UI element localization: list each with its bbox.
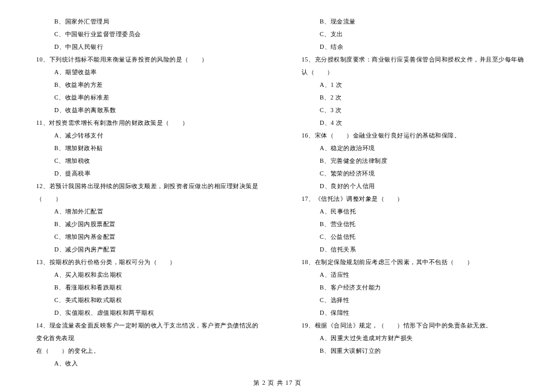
right-column: B、现金流量 C、支出 D、结余 15、充分授权制度要求：商业银行应妥善保管合同… — [296, 15, 525, 370]
page-footer: 第 2 页 共 17 页 — [0, 379, 555, 387]
option-item: A、因重大过失造成对方财产损失 — [296, 332, 525, 344]
option-item: C、美式期权和欧式期权 — [30, 294, 259, 306]
question-stem: 10、下列统计指标不能用来衡量证券投资的风险的是（ ） — [30, 53, 259, 66]
option-item: B、客户经济支付能力 — [296, 281, 525, 294]
question-stem: 15、充分授权制度要求：商业银行应妥善保管合同和授权文件，并且至少每年确认（ ） — [296, 53, 525, 78]
question-stem: 17、《信托法》调整对象是（ ） — [296, 192, 525, 205]
option-item: A、稳定的政治环境 — [296, 142, 525, 154]
option-item: A、收入 — [30, 357, 259, 370]
option-item: D、信托关系 — [296, 243, 525, 256]
option-item: B、收益率的方差 — [30, 78, 259, 91]
option-item: C、增加国内基金配置 — [30, 230, 259, 243]
option-item: B、增加财政补贴 — [30, 142, 259, 154]
option-item: B、减少国内股票配置 — [30, 218, 259, 230]
option-item: B、完善健全的法律制度 — [296, 154, 525, 167]
option-item: B、营业信托 — [296, 218, 525, 230]
option-item: C、支出 — [296, 28, 525, 40]
option-item: C、收益率的标准差 — [30, 91, 259, 104]
left-column: B、国家外汇管理局 C、中国银行业监督管理委员会 D、中国人民银行 10、下列统… — [30, 15, 259, 370]
option-item: D、4 次 — [296, 116, 525, 129]
question-stem: 12、若预计我国将出现持续的国际收支顺差，则投资者应做出的相应理财决策是（ ） — [30, 180, 259, 205]
option-item: B、看涨期权和看跌期权 — [30, 281, 259, 294]
question-stem: 18、在制定保险规划前应考虑三个因素，其中不包括（ ） — [296, 256, 525, 268]
option-item: A、减少转移支付 — [30, 129, 259, 142]
option-item: B、2 次 — [296, 91, 525, 104]
option-item: D、中国人民银行 — [30, 40, 259, 53]
question-stem: 14、现金流量表全面反映客户一定时期的收入于支出情况，客户资产负债情况的变化首先… — [30, 319, 259, 344]
option-item: D、减少国内房产配置 — [30, 243, 259, 256]
option-item: D、实值期权、虚值期权和两平期权 — [30, 306, 259, 319]
option-item: D、保障性 — [296, 306, 525, 319]
question-stem: 19、根据《合同法》规定，（ ）情形下合同中的免责条款无效。 — [296, 319, 525, 332]
option-item: C、选择性 — [296, 294, 525, 306]
option-item: C、繁荣的经济环境 — [296, 167, 525, 180]
option-item: B、因重大误解订立的 — [296, 344, 525, 357]
question-stem: 16、宋体（ ）金融业业银行良好运行的基础和保障。 — [296, 129, 525, 142]
option-item: A、增加外汇配置 — [30, 205, 259, 218]
option-item: C、3 次 — [296, 104, 525, 116]
option-item: A、民事信托 — [296, 205, 525, 218]
option-item: A、期望收益率 — [30, 66, 259, 78]
question-stem: 13、按期权的执行价格分类，期权可分为（ ） — [30, 256, 259, 268]
option-item: D、良好的个人信用 — [296, 180, 525, 192]
option-item: C、公益信托 — [296, 230, 525, 243]
question-stem: 11、对投资需求增长有刺激作用的财政政策是（ ） — [30, 116, 259, 129]
option-item: B、国家外汇管理局 — [30, 15, 259, 28]
option-item: D、结余 — [296, 40, 525, 53]
option-item: A、适应性 — [296, 268, 525, 281]
option-item: C、中国银行业监督管理委员会 — [30, 28, 259, 40]
option-item: C、增加税收 — [30, 154, 259, 167]
option-item: A、1 次 — [296, 78, 525, 91]
option-item: B、现金流量 — [296, 15, 525, 28]
question-stem-cont: 在（ ）的变化上。 — [30, 344, 259, 357]
option-item: D、收益率的离散系数 — [30, 104, 259, 116]
option-item: A、买入期权和卖出期权 — [30, 268, 259, 281]
option-item: D、提高税率 — [30, 167, 259, 180]
